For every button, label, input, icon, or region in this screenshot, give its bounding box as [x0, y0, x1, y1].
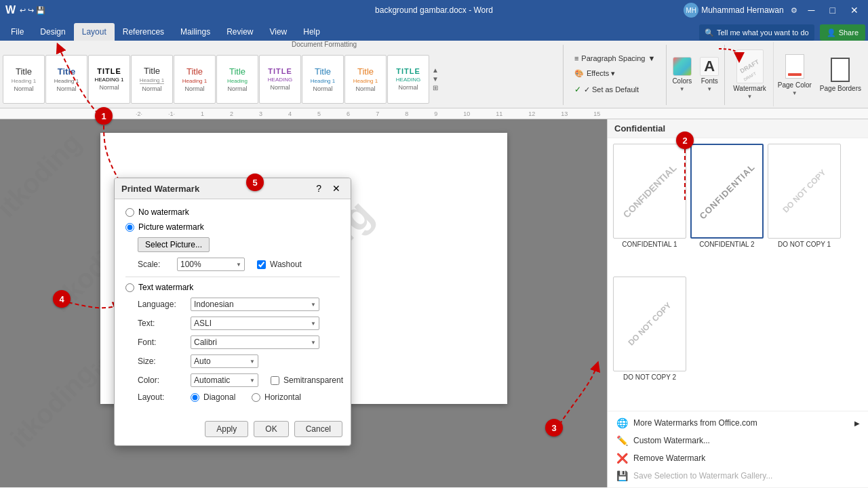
annotation-3: 3 — [545, 419, 563, 436]
style-thumb-normal[interactable]: Title Heading 1 Normal — [3, 55, 45, 104]
font-row: Font: Calibri Arial Times New Roman — [125, 336, 340, 349]
minimize-button[interactable]: ─ — [804, 3, 819, 17]
scale-row: Scale: 100% 50% Auto Washout — [125, 258, 340, 271]
text-watermark-label[interactable]: Text watermark — [125, 283, 340, 292]
page-borders-button[interactable]: Page Borders — [816, 42, 865, 106]
style-thumb-7[interactable]: Title Heading 1 Normal — [302, 55, 344, 104]
remove-watermark-label: Remove Watermark — [633, 453, 705, 463]
colors-button[interactable]: Colors ▼ — [668, 42, 696, 106]
watermark-button[interactable]: DRAFT DRAFT Watermark ▼ — [726, 42, 774, 106]
apply-button[interactable]: Apply — [205, 421, 248, 437]
washout-checkbox[interactable] — [257, 260, 266, 269]
search-placeholder: Tell me what you want to do — [717, 28, 809, 37]
maximize-button[interactable]: □ — [826, 3, 840, 17]
scroll-down-icon[interactable]: ▼ — [432, 75, 439, 83]
tab-file[interactable]: File — [3, 23, 32, 41]
watermark-do-not-copy-1[interactable]: DO NOT COPY DO NOT COPY 1 — [768, 144, 841, 272]
dialog-help-button[interactable]: ? — [313, 182, 325, 195]
diagonal-radio[interactable] — [191, 393, 199, 402]
watermark-chevron: ▼ — [747, 94, 753, 100]
dialog-title-bar: Printed Watermark ? ✕ — [115, 178, 351, 199]
paragraph-spacing-icon: ≡ — [574, 54, 578, 62]
effects-label: Effects ▾ — [587, 69, 615, 78]
style-thumb-4[interactable]: Title Heading 1 Normal — [174, 55, 216, 104]
style-thumb-8[interactable]: Title Heading 1 Normal — [344, 55, 387, 104]
user-area[interactable]: MH Muhammad Hernawan — [684, 3, 783, 18]
more-watermarks-arrow: ▶ — [854, 420, 860, 427]
watermark-confidential-1[interactable]: CONFIDENTIAL CONFIDENTIAL 1 — [613, 144, 686, 272]
size-row: Size: Auto 10 12 — [125, 354, 340, 368]
remove-watermark-icon: ❌ — [616, 453, 628, 464]
select-picture-button[interactable]: Select Picture... — [138, 237, 210, 252]
expand-icon[interactable]: ⊞ — [433, 84, 438, 92]
username: Muhammad Hernawan — [701, 5, 783, 15]
dialog-close-button[interactable]: ✕ — [329, 182, 344, 195]
tab-design[interactable]: Design — [32, 23, 73, 41]
horizontal-label[interactable]: Horizontal — [252, 392, 301, 402]
style-thumb-2[interactable]: TITLE HEADING 1 Normal — [88, 55, 130, 104]
styles-scroll-arrows[interactable]: ▲ ▼ ⊞ — [430, 66, 441, 92]
color-select-wrapper: Automatic Black Red — [191, 373, 258, 387]
tab-mailings[interactable]: Mailings — [172, 23, 218, 41]
tab-view[interactable]: View — [261, 23, 295, 41]
dialog-separator — [125, 277, 340, 277]
remove-watermark-item[interactable]: ❌ Remove Watermark — [608, 449, 868, 467]
no-watermark-radio[interactable] — [125, 208, 134, 217]
horizontal-radio[interactable] — [252, 393, 260, 402]
tab-help[interactable]: Help — [295, 23, 328, 41]
scale-select[interactable]: 100% 50% Auto — [177, 258, 245, 271]
picture-watermark-radio[interactable] — [125, 223, 134, 232]
share-button[interactable]: 👤 Share — [820, 24, 865, 41]
washout-label[interactable]: Washout — [257, 260, 304, 269]
wm-label-dnc1: DO NOT COPY 1 — [776, 239, 833, 250]
text-watermark-row: Text watermark — [125, 283, 340, 292]
page-color-button[interactable]: Page Color ▼ — [774, 42, 816, 106]
dialog-title: Printed Watermark — [121, 184, 199, 194]
font-select[interactable]: Calibri Arial Times New Roman — [191, 336, 319, 349]
style-thumb-6[interactable]: TITLE HEADING Normal — [259, 55, 301, 104]
cancel-button[interactable]: Cancel — [294, 421, 342, 437]
style-thumb-3[interactable]: Title Heading 1 Normal — [131, 55, 173, 104]
font-label: Font: — [138, 338, 185, 347]
semitransparent-checkbox[interactable] — [271, 376, 279, 385]
style-preview: Title — [16, 66, 32, 77]
style-thumb-9[interactable]: TITLE HEADING Normal — [387, 55, 429, 104]
effects-button[interactable]: 🎨 Effects ▾ — [570, 67, 660, 80]
set-as-default-button[interactable]: ✓ ✓ Set as Default — [570, 83, 660, 96]
picture-watermark-label[interactable]: Picture watermark — [125, 222, 340, 232]
close-button[interactable]: ✕ — [846, 3, 863, 17]
style-thumb-5[interactable]: Title Heading Normal — [216, 55, 258, 104]
watermark-confidential-2[interactable]: CONFIDENTIAL CONFIDENTIAL 2 — [690, 144, 764, 272]
wm-label-conf1: CONFIDENTIAL 1 — [620, 239, 679, 250]
paragraph-spacing-button[interactable]: ≡ Paragraph Spacing ▼ — [570, 52, 660, 64]
page-color-icon — [783, 53, 806, 80]
tab-references[interactable]: References — [115, 23, 172, 41]
tab-review[interactable]: Review — [218, 23, 261, 41]
style-thumb-1[interactable]: Title Heading 1 Normal — [45, 55, 87, 104]
diagonal-label[interactable]: Diagonal — [191, 392, 238, 402]
scroll-up-icon[interactable]: ▲ — [432, 66, 439, 74]
text-select[interactable]: ASLI DRAFT CONFIDENTIAL — [191, 317, 319, 330]
ribbon-divider-1 — [563, 45, 564, 105]
ribbon-tabs: File Design Layout References Mailings R… — [0, 20, 868, 41]
save-watermark-label: Save Selection to Watermark Gallery... — [633, 471, 772, 481]
watermark-icon: DRAFT DRAFT — [736, 49, 764, 83]
settings-icon[interactable]: ⚙ — [791, 6, 797, 15]
search-bar[interactable]: 🔍 Tell me what you want to do — [699, 24, 814, 41]
scale-label: Scale: — [138, 260, 172, 269]
title-bar-left: W ↩ ↪ 💾 — [5, 4, 291, 16]
ok-button[interactable]: OK — [254, 421, 288, 437]
printed-watermark-dialog[interactable]: Printed Watermark ? ✕ No watermark Pictu… — [114, 178, 351, 446]
text-watermark-radio[interactable] — [125, 283, 134, 292]
semitransparent-label[interactable]: Semitransparent — [271, 375, 340, 385]
more-watermarks-item[interactable]: 🌐 More Watermarks from Office.com ▶ — [608, 414, 868, 432]
size-select[interactable]: Auto 10 12 — [191, 354, 258, 368]
no-watermark-label[interactable]: No watermark — [125, 207, 340, 217]
custom-watermark-item[interactable]: ✏️ Custom Watermark... — [608, 432, 868, 449]
share-icon: 👤 — [827, 28, 836, 37]
tab-layout[interactable]: Layout — [74, 23, 115, 41]
watermark-do-not-copy-2[interactable]: DO NOT COPY DO NOT COPY 2 — [613, 277, 686, 405]
language-select[interactable]: Indonesian English — [191, 298, 319, 311]
fonts-button[interactable]: A Fonts ▼ — [696, 42, 723, 106]
color-select[interactable]: Automatic Black Red — [191, 373, 258, 387]
